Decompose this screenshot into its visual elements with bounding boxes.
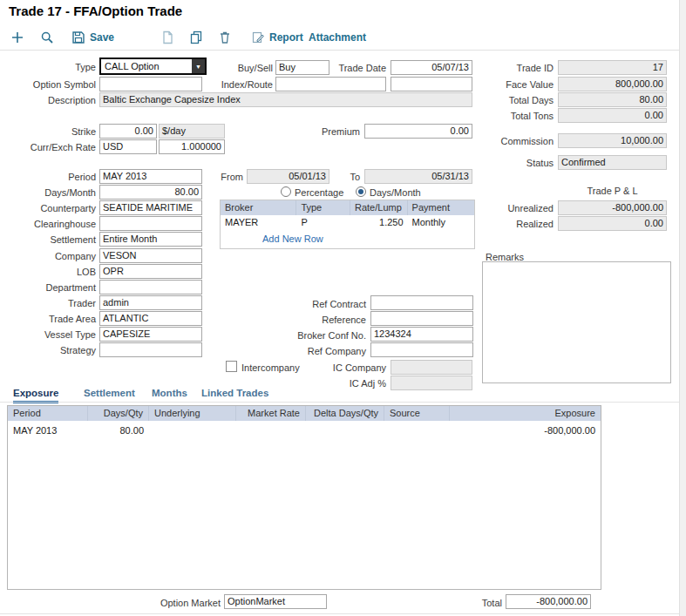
reference-input[interactable] [370, 311, 473, 326]
currency-input[interactable]: USD [99, 139, 157, 154]
toolbar: Save Report Attachment [0, 24, 679, 51]
face-value-label: Face Value [466, 78, 554, 91]
broker-table: Broker Type Rate/Lump Payment MAYER P 1.… [220, 200, 475, 249]
trade-area-label: Trade Area [7, 312, 96, 326]
trade-id-field: 17 [558, 60, 667, 75]
trade-date-input[interactable]: 05/07/13 [391, 60, 472, 75]
premium-input[interactable]: 0.00 [364, 124, 472, 139]
copy-button[interactable] [189, 28, 203, 47]
type-col-header: Type [296, 200, 350, 215]
broker-conf-no-label: Broker Conf No. [279, 328, 366, 342]
curr-exch-rate-label: Curr/Exch Rate [7, 140, 96, 154]
reference-label: Reference [279, 313, 366, 327]
copy-icon [189, 30, 203, 44]
days-month-input[interactable]: 80.00 [99, 185, 202, 200]
realized-field: 0.00 [558, 216, 667, 231]
period-input[interactable]: MAY 2013 [99, 169, 202, 184]
ref-company-input[interactable] [370, 342, 473, 357]
market-rate-col-header: Market Rate [236, 406, 306, 421]
broker-table-header: Broker Type Rate/Lump Payment [221, 200, 474, 215]
type-select-value: CALL Option [101, 61, 192, 71]
settlement-label: Settlement [7, 233, 96, 247]
total-tons-label: Total Tons [466, 109, 554, 123]
type-label: Type [7, 60, 96, 74]
index-route-input[interactable] [275, 77, 386, 91]
percentage-radio[interactable] [281, 186, 291, 197]
payment-cell: Monthly [408, 215, 474, 230]
report-button[interactable]: Report [251, 28, 303, 47]
vessel-type-label: Vessel Type [7, 328, 96, 342]
from-label: From [212, 170, 243, 184]
save-button[interactable]: Save [71, 28, 114, 47]
ref-contract-input[interactable] [370, 295, 473, 310]
face-value-field: 800,000.00 [558, 77, 667, 91]
days-month-radio-label: Days/Month [370, 186, 435, 200]
period-col-header: Period [8, 406, 88, 421]
settlement-input[interactable]: Entire Month [99, 232, 202, 247]
search-button[interactable] [40, 28, 54, 47]
days-month-label: Days/Month [7, 186, 96, 200]
trader-input[interactable]: admin [99, 295, 202, 310]
remarks-textarea[interactable] [482, 261, 671, 383]
clearinghouse-input[interactable] [99, 216, 202, 231]
broker-type-cell: P [296, 215, 350, 230]
buy-sell-input[interactable]: Buy [275, 60, 329, 75]
broker-conf-no-input[interactable]: 1234324 [370, 327, 473, 342]
option-symbol-input[interactable] [99, 77, 202, 91]
new-document-button[interactable] [160, 28, 174, 47]
tab-linked-trades[interactable]: Linked Trades [201, 388, 268, 401]
index-route-label: Index/Route [212, 78, 273, 91]
lob-input[interactable]: OPR [99, 264, 202, 279]
status-label: Status [466, 156, 554, 170]
chevron-down-icon: ▼ [192, 59, 205, 73]
trade-area-input[interactable]: ATLANTIC [99, 311, 202, 326]
underlying-cell [149, 423, 236, 438]
buy-sell-label: Buy/Sell [212, 61, 273, 75]
option-market-label: Option Market [151, 596, 221, 610]
strike-input[interactable]: 0.00 [99, 124, 157, 139]
attachment-label: Attachment [309, 31, 366, 44]
unrealized-field: -800,000.00 [558, 200, 667, 215]
description-label: Description [7, 93, 96, 107]
days-month-radio[interactable] [356, 186, 366, 197]
company-input[interactable]: VESON [99, 248, 202, 263]
delete-button[interactable] [218, 28, 232, 47]
broker-row[interactable]: MAYER P 1.250 Monthly [221, 215, 474, 230]
broker-cell: MAYER [221, 215, 296, 230]
option-market-input[interactable]: OptionMarket [224, 594, 327, 609]
index-route-input-2[interactable] [391, 77, 472, 91]
period-label: Period [7, 170, 96, 184]
market-rate-cell [236, 423, 306, 438]
bottom-divider [0, 613, 686, 614]
total-days-field: 80.00 [558, 92, 667, 107]
add-button[interactable] [10, 28, 24, 47]
realized-label: Realized [466, 217, 554, 231]
strike-unit-field: $/day [159, 124, 225, 139]
exposure-row[interactable]: MAY 2013 80.00 -800,000.00 [8, 423, 601, 438]
ref-contract-label: Ref Contract [279, 297, 366, 311]
from-field: 05/01/13 [247, 169, 329, 184]
total-days-label: Total Days [466, 93, 554, 107]
type-select[interactable]: CALL Option ▼ [99, 58, 207, 75]
department-input[interactable] [99, 280, 202, 294]
exchange-rate-input[interactable]: 1.000000 [159, 139, 225, 154]
add-new-row-link[interactable]: Add New Row [262, 234, 323, 244]
attachment-button[interactable]: Attachment [309, 28, 366, 47]
days-qty-cell: 80.00 [88, 423, 149, 438]
ic-company-label: IC Company [299, 361, 386, 375]
status-field: Confirmed [558, 155, 667, 170]
tab-settlement[interactable]: Settlement [84, 388, 135, 401]
exposure-col-header: Exposure [450, 406, 601, 421]
trade-date-label: Trade Date [332, 61, 386, 75]
plus-icon [10, 30, 24, 44]
period-cell: MAY 2013 [8, 423, 88, 438]
scrollbar[interactable] [679, 0, 686, 616]
tab-months[interactable]: Months [152, 388, 187, 401]
counterparty-input[interactable]: SEATIDE MARITIME [99, 200, 202, 215]
trash-icon [218, 30, 232, 44]
vessel-type-input[interactable]: CAPESIZE [99, 327, 202, 342]
intercompany-checkbox[interactable] [226, 361, 237, 372]
search-icon [40, 30, 54, 44]
option-symbol-label: Option Symbol [7, 78, 96, 91]
strategy-input[interactable] [99, 342, 202, 357]
